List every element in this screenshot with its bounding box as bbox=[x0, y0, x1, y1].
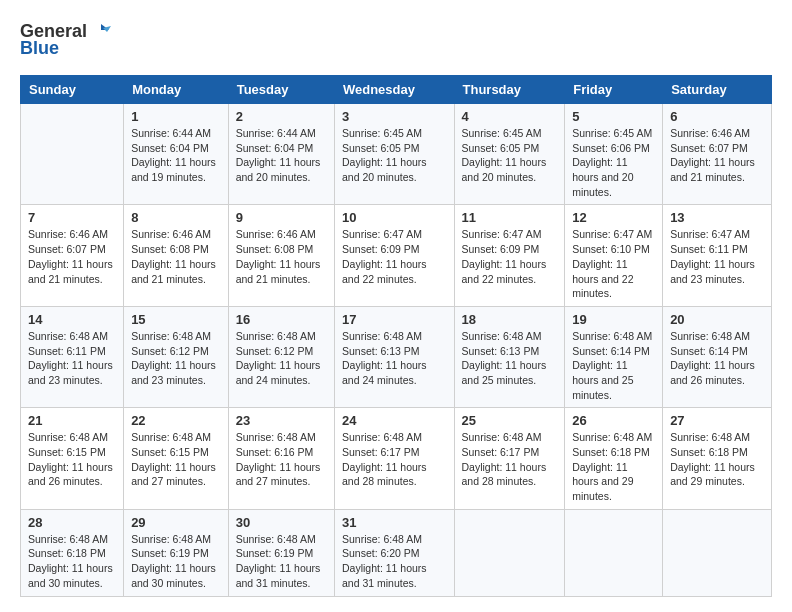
calendar-cell bbox=[454, 509, 565, 596]
day-info: Sunrise: 6:48 AMSunset: 6:16 PMDaylight:… bbox=[236, 430, 327, 489]
calendar-cell: 15Sunrise: 6:48 AMSunset: 6:12 PMDayligh… bbox=[124, 306, 229, 407]
calendar-cell: 6Sunrise: 6:46 AMSunset: 6:07 PMDaylight… bbox=[663, 104, 772, 205]
calendar-cell: 25Sunrise: 6:48 AMSunset: 6:17 PMDayligh… bbox=[454, 408, 565, 509]
calendar-cell: 3Sunrise: 6:45 AMSunset: 6:05 PMDaylight… bbox=[334, 104, 454, 205]
calendar-cell: 10Sunrise: 6:47 AMSunset: 6:09 PMDayligh… bbox=[334, 205, 454, 306]
calendar-cell: 1Sunrise: 6:44 AMSunset: 6:04 PMDaylight… bbox=[124, 104, 229, 205]
day-number: 24 bbox=[342, 413, 447, 428]
day-number: 6 bbox=[670, 109, 764, 124]
day-number: 14 bbox=[28, 312, 116, 327]
day-number: 8 bbox=[131, 210, 221, 225]
day-info: Sunrise: 6:48 AMSunset: 6:15 PMDaylight:… bbox=[131, 430, 221, 489]
day-number: 31 bbox=[342, 515, 447, 530]
day-number: 11 bbox=[462, 210, 558, 225]
calendar-cell: 2Sunrise: 6:44 AMSunset: 6:04 PMDaylight… bbox=[228, 104, 334, 205]
day-info: Sunrise: 6:45 AMSunset: 6:05 PMDaylight:… bbox=[462, 126, 558, 185]
day-info: Sunrise: 6:46 AMSunset: 6:07 PMDaylight:… bbox=[670, 126, 764, 185]
calendar-cell: 27Sunrise: 6:48 AMSunset: 6:18 PMDayligh… bbox=[663, 408, 772, 509]
calendar-cell: 20Sunrise: 6:48 AMSunset: 6:14 PMDayligh… bbox=[663, 306, 772, 407]
day-info: Sunrise: 6:48 AMSunset: 6:15 PMDaylight:… bbox=[28, 430, 116, 489]
day-number: 2 bbox=[236, 109, 327, 124]
day-number: 17 bbox=[342, 312, 447, 327]
calendar-cell: 19Sunrise: 6:48 AMSunset: 6:14 PMDayligh… bbox=[565, 306, 663, 407]
calendar-cell: 16Sunrise: 6:48 AMSunset: 6:12 PMDayligh… bbox=[228, 306, 334, 407]
day-number: 18 bbox=[462, 312, 558, 327]
calendar-cell: 13Sunrise: 6:47 AMSunset: 6:11 PMDayligh… bbox=[663, 205, 772, 306]
calendar-cell bbox=[565, 509, 663, 596]
calendar-cell: 24Sunrise: 6:48 AMSunset: 6:17 PMDayligh… bbox=[334, 408, 454, 509]
day-number: 23 bbox=[236, 413, 327, 428]
day-number: 19 bbox=[572, 312, 655, 327]
day-info: Sunrise: 6:48 AMSunset: 6:19 PMDaylight:… bbox=[236, 532, 327, 591]
calendar-cell: 9Sunrise: 6:46 AMSunset: 6:08 PMDaylight… bbox=[228, 205, 334, 306]
day-info: Sunrise: 6:47 AMSunset: 6:09 PMDaylight:… bbox=[342, 227, 447, 286]
calendar-cell: 26Sunrise: 6:48 AMSunset: 6:18 PMDayligh… bbox=[565, 408, 663, 509]
day-info: Sunrise: 6:45 AMSunset: 6:06 PMDaylight:… bbox=[572, 126, 655, 199]
day-info: Sunrise: 6:48 AMSunset: 6:11 PMDaylight:… bbox=[28, 329, 116, 388]
column-header-thursday: Thursday bbox=[454, 76, 565, 104]
day-info: Sunrise: 6:48 AMSunset: 6:13 PMDaylight:… bbox=[342, 329, 447, 388]
calendar-cell: 17Sunrise: 6:48 AMSunset: 6:13 PMDayligh… bbox=[334, 306, 454, 407]
day-info: Sunrise: 6:46 AMSunset: 6:07 PMDaylight:… bbox=[28, 227, 116, 286]
week-row-2: 7Sunrise: 6:46 AMSunset: 6:07 PMDaylight… bbox=[21, 205, 772, 306]
day-number: 25 bbox=[462, 413, 558, 428]
week-row-1: 1Sunrise: 6:44 AMSunset: 6:04 PMDaylight… bbox=[21, 104, 772, 205]
day-number: 21 bbox=[28, 413, 116, 428]
week-row-3: 14Sunrise: 6:48 AMSunset: 6:11 PMDayligh… bbox=[21, 306, 772, 407]
day-number: 10 bbox=[342, 210, 447, 225]
day-number: 1 bbox=[131, 109, 221, 124]
calendar-cell: 11Sunrise: 6:47 AMSunset: 6:09 PMDayligh… bbox=[454, 205, 565, 306]
column-header-tuesday: Tuesday bbox=[228, 76, 334, 104]
calendar-cell: 14Sunrise: 6:48 AMSunset: 6:11 PMDayligh… bbox=[21, 306, 124, 407]
day-number: 20 bbox=[670, 312, 764, 327]
day-info: Sunrise: 6:48 AMSunset: 6:13 PMDaylight:… bbox=[462, 329, 558, 388]
column-header-friday: Friday bbox=[565, 76, 663, 104]
day-number: 22 bbox=[131, 413, 221, 428]
day-number: 13 bbox=[670, 210, 764, 225]
calendar-cell: 5Sunrise: 6:45 AMSunset: 6:06 PMDaylight… bbox=[565, 104, 663, 205]
calendar-table: SundayMondayTuesdayWednesdayThursdayFrid… bbox=[20, 75, 772, 597]
calendar-cell: 22Sunrise: 6:48 AMSunset: 6:15 PMDayligh… bbox=[124, 408, 229, 509]
day-number: 4 bbox=[462, 109, 558, 124]
calendar-header-row: SundayMondayTuesdayWednesdayThursdayFrid… bbox=[21, 76, 772, 104]
column-header-saturday: Saturday bbox=[663, 76, 772, 104]
calendar-cell: 23Sunrise: 6:48 AMSunset: 6:16 PMDayligh… bbox=[228, 408, 334, 509]
calendar-cell: 7Sunrise: 6:46 AMSunset: 6:07 PMDaylight… bbox=[21, 205, 124, 306]
calendar-cell: 30Sunrise: 6:48 AMSunset: 6:19 PMDayligh… bbox=[228, 509, 334, 596]
day-info: Sunrise: 6:44 AMSunset: 6:04 PMDaylight:… bbox=[131, 126, 221, 185]
calendar-cell: 29Sunrise: 6:48 AMSunset: 6:19 PMDayligh… bbox=[124, 509, 229, 596]
day-number: 7 bbox=[28, 210, 116, 225]
day-number: 29 bbox=[131, 515, 221, 530]
calendar-cell: 21Sunrise: 6:48 AMSunset: 6:15 PMDayligh… bbox=[21, 408, 124, 509]
calendar-cell: 8Sunrise: 6:46 AMSunset: 6:08 PMDaylight… bbox=[124, 205, 229, 306]
day-number: 16 bbox=[236, 312, 327, 327]
day-info: Sunrise: 6:44 AMSunset: 6:04 PMDaylight:… bbox=[236, 126, 327, 185]
calendar-cell: 4Sunrise: 6:45 AMSunset: 6:05 PMDaylight… bbox=[454, 104, 565, 205]
day-number: 26 bbox=[572, 413, 655, 428]
calendar-cell: 18Sunrise: 6:48 AMSunset: 6:13 PMDayligh… bbox=[454, 306, 565, 407]
day-info: Sunrise: 6:48 AMSunset: 6:17 PMDaylight:… bbox=[462, 430, 558, 489]
logo-text: General Blue bbox=[20, 20, 111, 59]
calendar-cell bbox=[21, 104, 124, 205]
logo-bird-icon bbox=[89, 20, 111, 42]
day-info: Sunrise: 6:47 AMSunset: 6:11 PMDaylight:… bbox=[670, 227, 764, 286]
day-info: Sunrise: 6:48 AMSunset: 6:12 PMDaylight:… bbox=[131, 329, 221, 388]
day-number: 5 bbox=[572, 109, 655, 124]
calendar-cell: 28Sunrise: 6:48 AMSunset: 6:18 PMDayligh… bbox=[21, 509, 124, 596]
day-info: Sunrise: 6:48 AMSunset: 6:20 PMDaylight:… bbox=[342, 532, 447, 591]
day-info: Sunrise: 6:48 AMSunset: 6:18 PMDaylight:… bbox=[670, 430, 764, 489]
day-info: Sunrise: 6:45 AMSunset: 6:05 PMDaylight:… bbox=[342, 126, 447, 185]
calendar-cell: 31Sunrise: 6:48 AMSunset: 6:20 PMDayligh… bbox=[334, 509, 454, 596]
day-info: Sunrise: 6:48 AMSunset: 6:14 PMDaylight:… bbox=[670, 329, 764, 388]
day-info: Sunrise: 6:48 AMSunset: 6:18 PMDaylight:… bbox=[572, 430, 655, 503]
day-info: Sunrise: 6:47 AMSunset: 6:10 PMDaylight:… bbox=[572, 227, 655, 300]
day-info: Sunrise: 6:48 AMSunset: 6:17 PMDaylight:… bbox=[342, 430, 447, 489]
day-number: 30 bbox=[236, 515, 327, 530]
day-number: 27 bbox=[670, 413, 764, 428]
week-row-4: 21Sunrise: 6:48 AMSunset: 6:15 PMDayligh… bbox=[21, 408, 772, 509]
day-info: Sunrise: 6:48 AMSunset: 6:14 PMDaylight:… bbox=[572, 329, 655, 402]
day-info: Sunrise: 6:48 AMSunset: 6:19 PMDaylight:… bbox=[131, 532, 221, 591]
calendar-cell bbox=[663, 509, 772, 596]
day-number: 28 bbox=[28, 515, 116, 530]
logo: General Blue bbox=[20, 20, 111, 59]
